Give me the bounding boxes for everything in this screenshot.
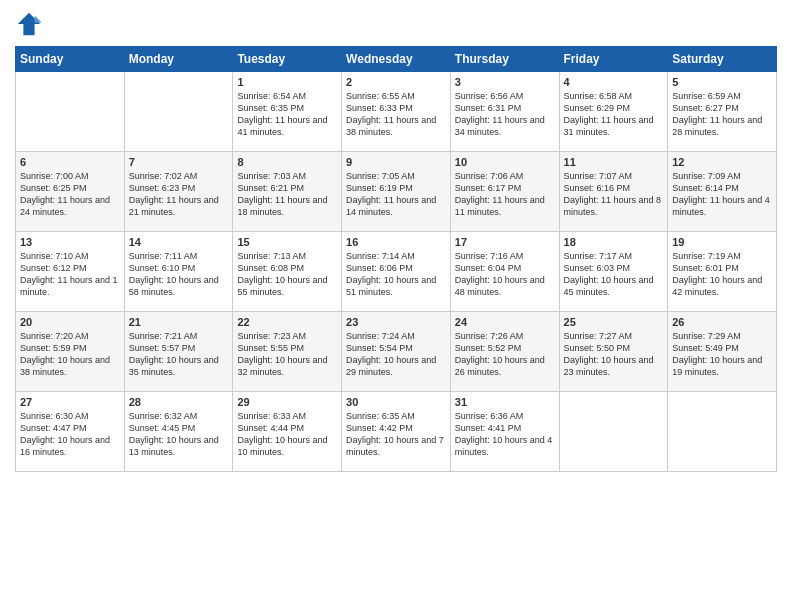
header-cell-thursday: Thursday [450, 47, 559, 72]
calendar-cell: 5Sunrise: 6:59 AM Sunset: 6:27 PM Daylig… [668, 72, 777, 152]
header-cell-friday: Friday [559, 47, 668, 72]
calendar-cell: 22Sunrise: 7:23 AM Sunset: 5:55 PM Dayli… [233, 312, 342, 392]
calendar-week-3: 13Sunrise: 7:10 AM Sunset: 6:12 PM Dayli… [16, 232, 777, 312]
day-number: 19 [672, 236, 772, 248]
calendar-cell: 19Sunrise: 7:19 AM Sunset: 6:01 PM Dayli… [668, 232, 777, 312]
calendar-cell: 3Sunrise: 6:56 AM Sunset: 6:31 PM Daylig… [450, 72, 559, 152]
calendar-cell: 10Sunrise: 7:06 AM Sunset: 6:17 PM Dayli… [450, 152, 559, 232]
cell-info: Sunrise: 7:00 AM Sunset: 6:25 PM Dayligh… [20, 170, 120, 219]
day-number: 2 [346, 76, 446, 88]
cell-info: Sunrise: 7:16 AM Sunset: 6:04 PM Dayligh… [455, 250, 555, 299]
day-number: 12 [672, 156, 772, 168]
page: SundayMondayTuesdayWednesdayThursdayFrid… [0, 0, 792, 612]
svg-marker-0 [18, 13, 40, 35]
calendar-week-2: 6Sunrise: 7:00 AM Sunset: 6:25 PM Daylig… [16, 152, 777, 232]
header-row: SundayMondayTuesdayWednesdayThursdayFrid… [16, 47, 777, 72]
calendar-cell: 27Sunrise: 6:30 AM Sunset: 4:47 PM Dayli… [16, 392, 125, 472]
day-number: 22 [237, 316, 337, 328]
cell-info: Sunrise: 7:24 AM Sunset: 5:54 PM Dayligh… [346, 330, 446, 379]
calendar-table: SundayMondayTuesdayWednesdayThursdayFrid… [15, 46, 777, 472]
cell-info: Sunrise: 7:29 AM Sunset: 5:49 PM Dayligh… [672, 330, 772, 379]
day-number: 24 [455, 316, 555, 328]
header-cell-sunday: Sunday [16, 47, 125, 72]
cell-info: Sunrise: 6:58 AM Sunset: 6:29 PM Dayligh… [564, 90, 664, 139]
calendar-cell: 20Sunrise: 7:20 AM Sunset: 5:59 PM Dayli… [16, 312, 125, 392]
cell-info: Sunrise: 7:06 AM Sunset: 6:17 PM Dayligh… [455, 170, 555, 219]
day-number: 8 [237, 156, 337, 168]
calendar-cell [124, 72, 233, 152]
logo-icon [15, 10, 43, 38]
calendar-cell: 2Sunrise: 6:55 AM Sunset: 6:33 PM Daylig… [342, 72, 451, 152]
cell-info: Sunrise: 7:10 AM Sunset: 6:12 PM Dayligh… [20, 250, 120, 299]
day-number: 29 [237, 396, 337, 408]
cell-info: Sunrise: 7:27 AM Sunset: 5:50 PM Dayligh… [564, 330, 664, 379]
calendar-cell: 16Sunrise: 7:14 AM Sunset: 6:06 PM Dayli… [342, 232, 451, 312]
calendar-cell: 31Sunrise: 6:36 AM Sunset: 4:41 PM Dayli… [450, 392, 559, 472]
cell-info: Sunrise: 6:56 AM Sunset: 6:31 PM Dayligh… [455, 90, 555, 139]
day-number: 9 [346, 156, 446, 168]
day-number: 31 [455, 396, 555, 408]
cell-info: Sunrise: 6:32 AM Sunset: 4:45 PM Dayligh… [129, 410, 229, 459]
calendar-cell: 18Sunrise: 7:17 AM Sunset: 6:03 PM Dayli… [559, 232, 668, 312]
calendar-cell: 13Sunrise: 7:10 AM Sunset: 6:12 PM Dayli… [16, 232, 125, 312]
calendar-cell: 17Sunrise: 7:16 AM Sunset: 6:04 PM Dayli… [450, 232, 559, 312]
day-number: 6 [20, 156, 120, 168]
calendar-cell: 12Sunrise: 7:09 AM Sunset: 6:14 PM Dayli… [668, 152, 777, 232]
cell-info: Sunrise: 7:02 AM Sunset: 6:23 PM Dayligh… [129, 170, 229, 219]
calendar-week-1: 1Sunrise: 6:54 AM Sunset: 6:35 PM Daylig… [16, 72, 777, 152]
day-number: 21 [129, 316, 229, 328]
cell-info: Sunrise: 7:13 AM Sunset: 6:08 PM Dayligh… [237, 250, 337, 299]
cell-info: Sunrise: 6:33 AM Sunset: 4:44 PM Dayligh… [237, 410, 337, 459]
header-cell-monday: Monday [124, 47, 233, 72]
calendar-cell: 30Sunrise: 6:35 AM Sunset: 4:42 PM Dayli… [342, 392, 451, 472]
cell-info: Sunrise: 6:36 AM Sunset: 4:41 PM Dayligh… [455, 410, 555, 459]
day-number: 11 [564, 156, 664, 168]
calendar-cell: 1Sunrise: 6:54 AM Sunset: 6:35 PM Daylig… [233, 72, 342, 152]
day-number: 10 [455, 156, 555, 168]
day-number: 13 [20, 236, 120, 248]
header [15, 10, 777, 38]
cell-info: Sunrise: 6:30 AM Sunset: 4:47 PM Dayligh… [20, 410, 120, 459]
day-number: 4 [564, 76, 664, 88]
calendar-cell: 28Sunrise: 6:32 AM Sunset: 4:45 PM Dayli… [124, 392, 233, 472]
calendar-cell: 15Sunrise: 7:13 AM Sunset: 6:08 PM Dayli… [233, 232, 342, 312]
cell-info: Sunrise: 7:03 AM Sunset: 6:21 PM Dayligh… [237, 170, 337, 219]
cell-info: Sunrise: 7:21 AM Sunset: 5:57 PM Dayligh… [129, 330, 229, 379]
cell-info: Sunrise: 7:14 AM Sunset: 6:06 PM Dayligh… [346, 250, 446, 299]
day-number: 5 [672, 76, 772, 88]
day-number: 7 [129, 156, 229, 168]
day-number: 20 [20, 316, 120, 328]
header-cell-wednesday: Wednesday [342, 47, 451, 72]
cell-info: Sunrise: 6:54 AM Sunset: 6:35 PM Dayligh… [237, 90, 337, 139]
cell-info: Sunrise: 7:05 AM Sunset: 6:19 PM Dayligh… [346, 170, 446, 219]
cell-info: Sunrise: 7:09 AM Sunset: 6:14 PM Dayligh… [672, 170, 772, 219]
cell-info: Sunrise: 7:26 AM Sunset: 5:52 PM Dayligh… [455, 330, 555, 379]
calendar-cell: 26Sunrise: 7:29 AM Sunset: 5:49 PM Dayli… [668, 312, 777, 392]
calendar-cell: 6Sunrise: 7:00 AM Sunset: 6:25 PM Daylig… [16, 152, 125, 232]
day-number: 27 [20, 396, 120, 408]
cell-info: Sunrise: 7:20 AM Sunset: 5:59 PM Dayligh… [20, 330, 120, 379]
calendar-cell: 9Sunrise: 7:05 AM Sunset: 6:19 PM Daylig… [342, 152, 451, 232]
day-number: 17 [455, 236, 555, 248]
header-cell-tuesday: Tuesday [233, 47, 342, 72]
header-cell-saturday: Saturday [668, 47, 777, 72]
calendar-cell: 7Sunrise: 7:02 AM Sunset: 6:23 PM Daylig… [124, 152, 233, 232]
calendar-cell [559, 392, 668, 472]
calendar-cell [668, 392, 777, 472]
cell-info: Sunrise: 6:35 AM Sunset: 4:42 PM Dayligh… [346, 410, 446, 459]
calendar-cell: 23Sunrise: 7:24 AM Sunset: 5:54 PM Dayli… [342, 312, 451, 392]
cell-info: Sunrise: 7:19 AM Sunset: 6:01 PM Dayligh… [672, 250, 772, 299]
day-number: 28 [129, 396, 229, 408]
day-number: 18 [564, 236, 664, 248]
cell-info: Sunrise: 6:59 AM Sunset: 6:27 PM Dayligh… [672, 90, 772, 139]
calendar-cell: 11Sunrise: 7:07 AM Sunset: 6:16 PM Dayli… [559, 152, 668, 232]
day-number: 3 [455, 76, 555, 88]
calendar-header: SundayMondayTuesdayWednesdayThursdayFrid… [16, 47, 777, 72]
cell-info: Sunrise: 7:23 AM Sunset: 5:55 PM Dayligh… [237, 330, 337, 379]
calendar-cell [16, 72, 125, 152]
calendar-cell: 4Sunrise: 6:58 AM Sunset: 6:29 PM Daylig… [559, 72, 668, 152]
calendar-cell: 29Sunrise: 6:33 AM Sunset: 4:44 PM Dayli… [233, 392, 342, 472]
day-number: 16 [346, 236, 446, 248]
calendar-cell: 8Sunrise: 7:03 AM Sunset: 6:21 PM Daylig… [233, 152, 342, 232]
cell-info: Sunrise: 7:11 AM Sunset: 6:10 PM Dayligh… [129, 250, 229, 299]
